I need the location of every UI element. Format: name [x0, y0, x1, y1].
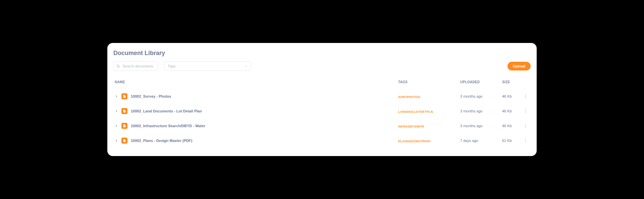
more-vertical-icon[interactable]	[523, 123, 528, 128]
row-uploaded-cell: 3 months ago	[460, 94, 502, 98]
svg-point-11	[525, 139, 526, 140]
table-row: 10002_Plans - Design Master (PDF) PLANSD…	[113, 133, 531, 148]
page-title: Document Library	[113, 50, 531, 57]
row-actions-cell	[522, 123, 529, 128]
row-name-cell: 10002_Infrastructure Search/DBYD - Water	[115, 123, 398, 129]
chevron-right-icon[interactable]	[115, 109, 118, 113]
file-icon	[121, 123, 127, 129]
document-library-card: Document Library Tags Upload NAME TAGS U…	[107, 43, 537, 156]
row-size-cell: 46 Kb	[502, 94, 522, 98]
column-header-uploaded: UPLOADED	[460, 80, 502, 84]
row-tags-cell: INFRADBYDWTR	[398, 123, 460, 129]
file-name[interactable]: 10002_Survey - Photos	[131, 94, 171, 98]
row-actions-cell	[522, 109, 529, 113]
upload-button[interactable]: Upload	[507, 62, 531, 70]
svg-point-8	[525, 124, 526, 125]
svg-point-0	[117, 65, 119, 67]
file-name[interactable]: 10002_Land Documents - Lot Detail Plan	[131, 109, 202, 113]
search-icon	[116, 64, 120, 68]
row-uploaded-cell: 7 days ago	[460, 139, 502, 143]
row-name-cell: 10002_Survey - Photos	[115, 93, 398, 99]
chevron-right-icon[interactable]	[115, 124, 118, 128]
column-header-tags: TAGS	[398, 80, 460, 84]
table-row: 10002_Infrastructure Search/DBYD - Water…	[113, 118, 531, 133]
svg-point-5	[525, 109, 526, 110]
svg-point-6	[525, 111, 526, 111]
row-uploaded-cell: 3 months ago	[460, 109, 502, 113]
tag-badge: INFRADBYDWTR	[398, 125, 424, 128]
search-wrapper	[113, 61, 158, 71]
row-name-cell: 10002_Plans - Design Master (PDF)	[115, 138, 398, 144]
row-actions-cell	[522, 94, 529, 99]
file-icon	[121, 108, 127, 114]
tags-filter-placeholder: Tags	[168, 64, 175, 68]
row-tags-cell: SURVPHOTOS	[398, 93, 460, 99]
file-icon	[121, 138, 127, 144]
file-name[interactable]: 10002_Infrastructure Search/DBYD - Water	[131, 124, 205, 128]
chevron-right-icon[interactable]	[115, 139, 118, 142]
svg-point-10	[525, 127, 526, 128]
more-vertical-icon[interactable]	[523, 109, 528, 113]
row-size-cell: 46 Kb	[502, 124, 522, 128]
table-header: NAME TAGS UPLOADED SIZE	[113, 80, 531, 89]
row-name-cell: 10002_Land Documents - Lot Detail Plan	[115, 108, 398, 114]
column-header-size: SIZE	[502, 80, 522, 84]
more-vertical-icon[interactable]	[523, 94, 528, 99]
svg-point-9	[525, 126, 526, 126]
toolbar: Tags Upload	[113, 61, 531, 71]
more-vertical-icon[interactable]	[523, 138, 528, 143]
svg-point-12	[525, 140, 526, 141]
tag-badge: SURVPHOTOS	[398, 95, 420, 99]
row-size-cell: 61 Kb	[502, 139, 522, 143]
row-size-cell: 46 Kb	[502, 109, 522, 113]
row-actions-cell	[522, 138, 529, 143]
tag-badge: LANDDOCLOTDETPLN	[398, 110, 433, 113]
chevron-down-icon	[245, 65, 248, 67]
svg-line-1	[119, 67, 119, 67]
table-row: 10002_Survey - Photos SURVPHOTOS 3 month…	[113, 89, 531, 104]
tags-filter-select[interactable]: Tags	[164, 61, 251, 71]
chevron-right-icon[interactable]	[115, 95, 118, 98]
svg-point-13	[525, 142, 526, 142]
svg-point-4	[525, 97, 526, 98]
column-header-name: NAME	[115, 80, 398, 84]
svg-point-7	[525, 112, 526, 113]
svg-point-2	[525, 95, 526, 95]
file-name[interactable]: 10002_Plans - Design Master (PDF)	[131, 139, 192, 143]
table-row: 10002_Land Documents - Lot Detail Plan L…	[113, 104, 531, 118]
file-icon	[121, 93, 127, 99]
svg-point-3	[525, 96, 526, 97]
row-tags-cell: PLANSDESMSTRPDF	[398, 138, 460, 144]
tag-badge: PLANSDESMSTRPDF	[398, 140, 431, 143]
row-tags-cell: LANDDOCLOTDETPLN	[398, 108, 460, 114]
row-uploaded-cell: 3 months ago	[460, 124, 502, 128]
